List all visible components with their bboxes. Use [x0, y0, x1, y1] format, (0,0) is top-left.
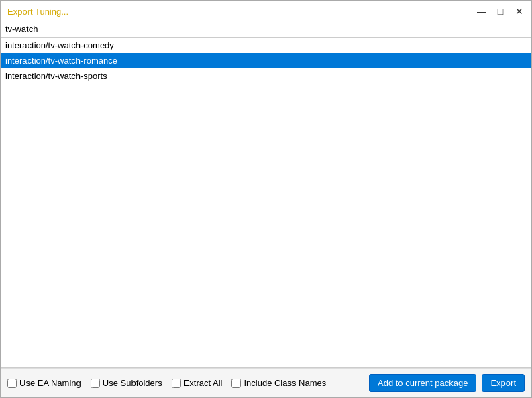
footer-checkboxes: Use EA Naming Use Subfolders Extract All… [7, 378, 326, 388]
use-subfolders-text: Use Subfolders [103, 378, 162, 388]
title-highlight: Tuning... [35, 7, 68, 17]
list-item[interactable]: interaction/tv-watch-comedy [1, 38, 531, 53]
extract-all-label[interactable]: Extract All [172, 378, 223, 388]
list-item-selected[interactable]: interaction/tv-watch-romance [1, 53, 531, 68]
use-ea-naming-text: Use EA Naming [19, 378, 81, 388]
include-class-names-checkbox[interactable] [231, 379, 241, 388]
window-controls: — □ ✕ [475, 5, 526, 18]
title-static: Export [7, 7, 35, 17]
extract-all-checkbox[interactable] [172, 379, 181, 388]
minimize-button[interactable]: — [475, 5, 488, 18]
close-button[interactable]: ✕ [513, 5, 526, 18]
list-item[interactable]: interaction/tv-watch-sports [1, 68, 531, 84]
use-ea-naming-label[interactable]: Use EA Naming [7, 378, 81, 388]
add-to-current-package-button[interactable]: Add to current package [369, 374, 476, 392]
content-area: interaction/tv-watch-comedy interaction/… [1, 21, 531, 368]
footer: Use EA Naming Use Subfolders Extract All… [1, 368, 531, 397]
include-class-names-text: Include Class Names [244, 378, 326, 388]
use-subfolders-checkbox[interactable] [91, 379, 100, 388]
window-title: Export Tuning... [7, 7, 68, 17]
include-class-names-label[interactable]: Include Class Names [231, 378, 326, 388]
use-subfolders-label[interactable]: Use Subfolders [91, 378, 162, 388]
main-window: Export Tuning... — □ ✕ interaction/tv-wa… [0, 0, 532, 398]
search-input[interactable] [1, 21, 531, 38]
use-ea-naming-checkbox[interactable] [7, 379, 17, 388]
export-button[interactable]: Export [482, 374, 525, 392]
footer-buttons: Add to current package Export [369, 374, 525, 392]
title-bar: Export Tuning... — □ ✕ [1, 1, 531, 21]
maximize-button[interactable]: □ [494, 5, 507, 18]
extract-all-text: Extract All [184, 378, 223, 388]
list-container: interaction/tv-watch-comedy interaction/… [1, 38, 531, 368]
